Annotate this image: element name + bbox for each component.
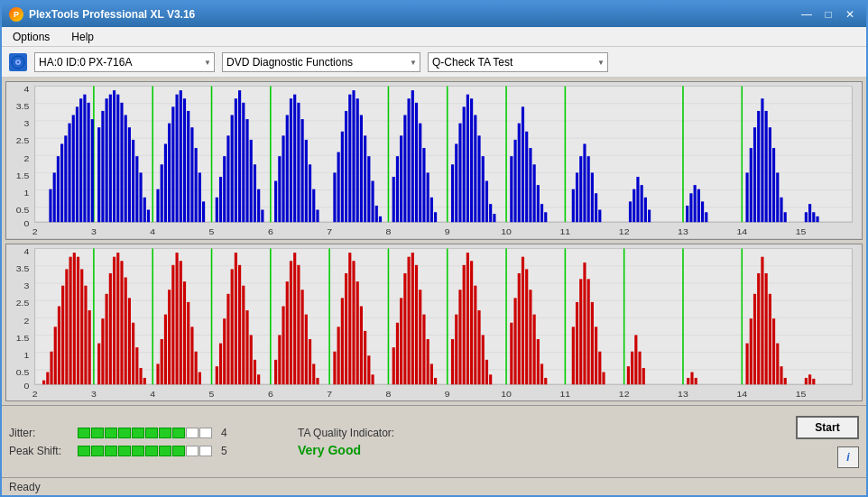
svg-rect-368 (769, 293, 771, 383)
peak-seg-9 (186, 446, 199, 456)
svg-rect-273 (187, 301, 189, 383)
svg-text:0: 0 (23, 218, 29, 227)
svg-text:0: 0 (23, 381, 29, 390)
svg-rect-178 (745, 172, 748, 222)
test-combo-wrapper[interactable]: Q-Check TA Test (428, 52, 608, 72)
app-icon: P (9, 7, 23, 22)
svg-rect-374 (808, 374, 811, 384)
svg-rect-69 (135, 156, 138, 222)
svg-rect-165 (598, 210, 601, 223)
start-button[interactable]: Start (796, 416, 859, 439)
svg-text:2: 2 (23, 316, 29, 325)
svg-text:4: 4 (150, 227, 155, 236)
function-selector[interactable]: DVD Diagnostic Functions (222, 52, 420, 72)
svg-rect-173 (689, 193, 692, 222)
svg-rect-184 (769, 127, 771, 222)
svg-rect-50 (60, 143, 63, 222)
svg-rect-373 (805, 377, 808, 383)
svg-rect-268 (168, 290, 171, 384)
svg-rect-334 (489, 374, 492, 384)
svg-rect-56 (83, 95, 86, 223)
svg-rect-108 (309, 164, 311, 222)
svg-rect-247 (73, 253, 76, 384)
svg-rect-71 (143, 198, 146, 222)
peak-seg-6 (145, 446, 158, 456)
svg-rect-360 (690, 372, 693, 384)
svg-rect-156 (540, 204, 543, 222)
svg-rect-260 (128, 298, 131, 384)
svg-rect-297 (305, 314, 308, 384)
svg-rect-136 (451, 164, 454, 222)
svg-rect-355 (631, 351, 633, 384)
close-button[interactable]: ✕ (841, 7, 859, 22)
maximize-button[interactable]: □ (819, 7, 837, 22)
svg-rect-242 (54, 327, 57, 384)
test-selector[interactable]: Q-Check TA Test (428, 52, 608, 72)
svg-rect-323 (434, 377, 437, 383)
svg-text:0.5: 0.5 (16, 206, 30, 215)
toolbar: HA:0 ID:0 PX-716A DVD Diagnostic Functio… (2, 47, 866, 78)
svg-rect-134 (430, 198, 433, 222)
svg-rect-291 (282, 306, 284, 384)
svg-rect-322 (430, 364, 433, 384)
drive-combo-wrapper[interactable]: HA:0 ID:0 PX-716A (34, 52, 215, 72)
peak-seg-7 (159, 446, 171, 456)
svg-rect-270 (175, 253, 178, 384)
svg-rect-267 (164, 314, 167, 384)
svg-rect-177 (705, 212, 707, 222)
svg-rect-251 (88, 310, 91, 384)
svg-rect-48 (53, 172, 56, 222)
svg-rect-295 (297, 264, 300, 383)
drive-selector[interactable]: HA:0 ID:0 PX-716A (34, 52, 215, 72)
svg-rect-91 (235, 98, 237, 222)
svg-rect-257 (116, 253, 119, 384)
svg-rect-115 (348, 95, 351, 223)
svg-rect-314 (400, 298, 402, 384)
svg-rect-324 (451, 339, 454, 384)
svg-rect-302 (337, 327, 340, 384)
svg-rect-98 (261, 210, 263, 223)
svg-rect-187 (780, 198, 782, 222)
menu-options[interactable]: Options (9, 29, 53, 45)
svg-rect-272 (183, 281, 186, 384)
svg-rect-338 (522, 256, 524, 384)
svg-rect-77 (171, 106, 174, 222)
svg-rect-169 (641, 185, 643, 222)
svg-rect-299 (312, 364, 315, 384)
svg-rect-62 (109, 95, 112, 223)
menu-help[interactable]: Help (68, 29, 97, 45)
svg-rect-149 (513, 140, 516, 222)
jitter-meter (78, 428, 212, 438)
svg-rect-82 (190, 127, 193, 222)
svg-rect-148 (510, 156, 512, 222)
svg-rect-248 (77, 256, 79, 384)
svg-rect-344 (544, 377, 547, 383)
peak-shift-row: Peak Shift: 5 (9, 445, 262, 457)
svg-rect-120 (367, 156, 370, 222)
svg-text:8: 8 (386, 389, 392, 398)
info-button[interactable]: i (837, 446, 859, 468)
svg-text:13: 13 (678, 227, 688, 236)
peak-seg-2 (91, 446, 104, 456)
title-bar-controls: — □ ✕ (798, 7, 859, 22)
svg-rect-175 (697, 189, 700, 223)
minimize-button[interactable]: — (798, 7, 816, 22)
svg-rect-107 (305, 140, 308, 222)
svg-rect-277 (216, 366, 218, 384)
svg-rect-317 (411, 253, 414, 384)
svg-rect-125 (396, 156, 399, 222)
svg-rect-278 (219, 343, 222, 384)
svg-rect-189 (805, 212, 808, 222)
svg-rect-102 (286, 115, 289, 223)
svg-rect-78 (175, 95, 178, 223)
svg-rect-340 (529, 290, 531, 384)
svg-rect-192 (816, 216, 818, 222)
svg-rect-362 (745, 343, 748, 384)
svg-text:3: 3 (23, 119, 29, 128)
svg-rect-94 (245, 119, 248, 222)
function-combo-wrapper[interactable]: DVD Diagnostic Functions (222, 52, 420, 72)
status-text: Ready (9, 481, 41, 493)
svg-text:12: 12 (619, 227, 630, 236)
svg-rect-352 (598, 351, 601, 384)
svg-rect-332 (482, 335, 485, 384)
